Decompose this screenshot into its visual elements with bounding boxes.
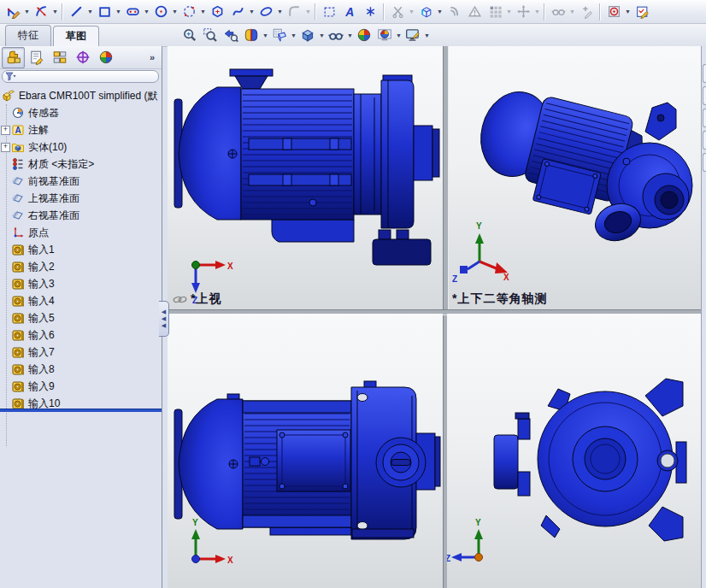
display-relations-dropdown[interactable]: ▼	[568, 3, 576, 21]
dimxpertmanager-tab-icon[interactable]	[71, 47, 94, 68]
tree-item-import-4[interactable]: 输入4	[0, 292, 162, 309]
move-entities-dropdown[interactable]: ▼	[533, 3, 541, 21]
check-sketch-icon[interactable]	[464, 2, 485, 22]
rapid-sketch-icon[interactable]	[632, 2, 652, 22]
edit-appearance-icon[interactable]	[354, 25, 374, 45]
tree-item-front-plane[interactable]: 前视基准面	[0, 173, 162, 190]
spline-dropdown[interactable]: ▼	[248, 3, 256, 21]
ellipse-icon[interactable]	[256, 2, 276, 22]
repair-sketch-icon[interactable]	[576, 2, 597, 22]
selection-box-icon[interactable]	[319, 2, 339, 22]
panel-splitter-handle[interactable]: ◀◀◀	[159, 301, 169, 337]
smart-dimension-icon[interactable]	[31, 2, 51, 22]
tree-filter-bar[interactable]	[2, 70, 159, 83]
pump-model-front-view[interactable]: Y X	[168, 314, 443, 588]
quick-snaps-icon[interactable]	[603, 2, 624, 22]
perimeter-circle-icon[interactable]	[179, 2, 199, 22]
sketch-icon[interactable]	[3, 2, 23, 22]
tree-item-root[interactable]: Ebara CMR100T simplified (默	[0, 87, 162, 104]
sketch-dropdown[interactable]: ▼	[23, 3, 31, 21]
viewport-top-left[interactable]: X Z *上视	[168, 46, 443, 309]
circle-dropdown[interactable]: ▼	[171, 3, 179, 21]
task-pane-tab[interactable]	[703, 64, 706, 83]
expand-toggle[interactable]: +	[1, 126, 10, 135]
expand-toggle[interactable]: +	[1, 143, 10, 152]
tree-item-origin[interactable]: 原点	[0, 224, 162, 241]
fillet-dropdown[interactable]: ▼	[304, 3, 312, 21]
task-pane-tab[interactable]	[703, 153, 706, 172]
task-pane-tab[interactable]	[703, 131, 706, 150]
apply-scene-dropdown[interactable]: ▼	[395, 26, 403, 44]
section-view-icon[interactable]	[241, 25, 262, 45]
tree-item-annotations[interactable]: + A 注解	[0, 121, 162, 138]
view-settings-icon[interactable]	[403, 25, 423, 45]
line-dropdown[interactable]: ▼	[86, 3, 94, 21]
displaymanager-tab-icon[interactable]	[94, 47, 117, 68]
section-view-dropdown[interactable]: ▼	[262, 26, 269, 44]
pump-model-top-view[interactable]: X Z	[168, 46, 443, 309]
rectangle-icon[interactable]	[94, 2, 115, 22]
tree-item-right-plane[interactable]: 右视基准面	[0, 207, 162, 224]
hide-show-items-icon[interactable]	[326, 25, 346, 45]
viewport-top-right[interactable]: Y X Z *上下二等角轴测	[447, 46, 706, 309]
task-pane-tab[interactable]	[703, 109, 706, 127]
linear-pattern-icon[interactable]	[485, 2, 505, 22]
panel-tabs: »	[0, 46, 162, 69]
convert-entities-dropdown[interactable]: ▼	[436, 3, 444, 21]
viewport-bottom-left[interactable]: Y X	[168, 314, 443, 588]
view-orientation-dropdown[interactable]: ▼	[290, 26, 297, 44]
circle-icon[interactable]	[150, 2, 171, 22]
tree-item-import-5[interactable]: 输入5	[0, 309, 162, 326]
spline-icon[interactable]	[227, 2, 248, 22]
move-entities-icon[interactable]	[513, 2, 533, 22]
display-style-dropdown[interactable]: ▼	[318, 26, 326, 44]
hide-show-items-dropdown[interactable]: ▼	[346, 26, 354, 44]
trim-entities-icon[interactable]	[387, 2, 408, 22]
slot-icon[interactable]	[122, 2, 143, 22]
panel-overflow-chevron[interactable]: »	[150, 52, 155, 62]
display-relations-icon[interactable]	[548, 2, 568, 22]
tree-item-import-8[interactable]: 输入8	[0, 361, 162, 378]
previous-view-icon[interactable]	[221, 25, 241, 45]
tab-sketch[interactable]: 草图	[53, 26, 99, 47]
view-orientation-icon[interactable]	[269, 25, 290, 45]
tree-item-material[interactable]: 材质 <未指定>	[0, 156, 162, 173]
zoom-fit-icon[interactable]	[179, 25, 200, 45]
viewport-bottom-right[interactable]: Y Z	[447, 314, 706, 588]
tree-item-import-9[interactable]: 输入9	[0, 378, 162, 395]
line-icon[interactable]	[66, 2, 86, 22]
text-icon[interactable]: A	[339, 2, 360, 22]
featuremanager-tab-icon[interactable]	[2, 47, 25, 68]
tree-item-solid-bodies[interactable]: + 实体(10)	[0, 138, 162, 156]
task-pane-tab[interactable]	[703, 86, 706, 105]
perimeter-circle-dropdown[interactable]: ▼	[199, 3, 207, 21]
smart-dimension-dropdown[interactable]: ▼	[51, 3, 59, 21]
trim-entities-dropdown[interactable]: ▼	[408, 3, 415, 21]
display-style-icon[interactable]	[297, 25, 318, 45]
linear-pattern-dropdown[interactable]: ▼	[505, 3, 513, 21]
tree-item-import-7[interactable]: 输入7	[0, 344, 162, 361]
ellipse-dropdown[interactable]: ▼	[276, 3, 284, 21]
propertymanager-tab-icon[interactable]	[25, 47, 48, 68]
configurationmanager-tab-icon[interactable]	[48, 47, 71, 68]
tab-features[interactable]: 特征	[5, 25, 51, 46]
convert-entities-icon[interactable]	[415, 2, 436, 22]
zoom-area-icon[interactable]	[200, 25, 221, 45]
view-settings-dropdown[interactable]: ▼	[423, 26, 431, 44]
tree-item-top-plane[interactable]: 上视基准面	[0, 190, 162, 207]
fillet-icon[interactable]	[284, 2, 304, 22]
tree-item-import-2[interactable]: 输入2	[0, 258, 162, 275]
slot-dropdown[interactable]: ▼	[143, 3, 150, 21]
pump-model-right-view[interactable]: Y Z	[447, 314, 706, 588]
tree-item-import-3[interactable]: 输入3	[0, 275, 162, 292]
tree-item-sensors[interactable]: 传感器	[0, 104, 162, 121]
pump-model-dimetric-view[interactable]: Y X Z	[447, 46, 706, 309]
tree-item-import-1[interactable]: 输入1	[0, 241, 162, 258]
apply-scene-icon[interactable]	[374, 25, 395, 45]
quick-snaps-dropdown[interactable]: ▼	[624, 3, 632, 21]
tree-item-import-6[interactable]: 输入6	[0, 326, 162, 344]
point-icon[interactable]	[360, 2, 380, 22]
offset-entities-icon[interactable]	[444, 2, 464, 22]
rectangle-dropdown[interactable]: ▼	[115, 3, 122, 21]
polygon-icon[interactable]	[207, 2, 227, 22]
